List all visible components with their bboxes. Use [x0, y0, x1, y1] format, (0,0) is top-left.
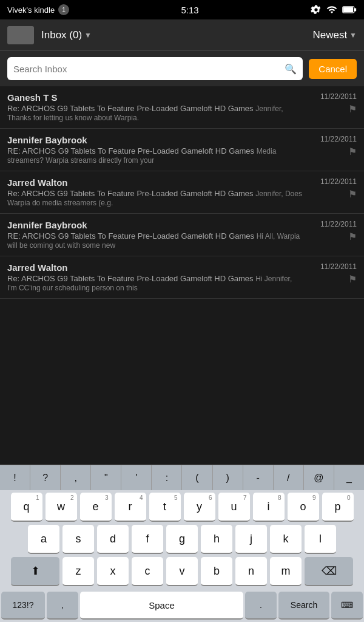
special-char-key[interactable]: ( — [182, 465, 212, 490]
special-char-key[interactable]: ? — [30, 465, 61, 490]
email-content: Jarred Walton Re: ARCHOS G9 Tablets To F… — [7, 262, 308, 292]
key-c[interactable]: c — [132, 557, 163, 586]
key-g[interactable]: g — [166, 525, 198, 554]
flag-icon[interactable]: ⚑ — [348, 188, 357, 200]
key-a[interactable]: a — [28, 525, 59, 554]
email-subject: Re: ARCHOS G9 Tablets To Feature Pre-Loa… — [7, 274, 302, 292]
sort-label: Newest — [312, 29, 347, 41]
special-char-key[interactable]: @ — [304, 465, 334, 490]
status-left: Vivek's kindle 1 — [7, 4, 69, 15]
email-date: 11/22/2011 — [320, 177, 357, 186]
key-z[interactable]: z — [62, 557, 94, 586]
key-k[interactable]: k — [270, 525, 302, 554]
numeric-switch-key[interactable]: 123!? — [1, 592, 45, 620]
wifi-icon — [326, 4, 337, 15]
flag-icon[interactable]: ⚑ — [348, 146, 357, 157]
key-p[interactable]: 0p — [322, 493, 354, 522]
email-content: Jarred Walton Re: ARCHOS G9 Tablets To F… — [7, 177, 308, 207]
email-subject: Re: ARCHOS G9 Tablets To Feature Pre-Loa… — [7, 189, 302, 207]
key-row-0: 1q2w3e4r5t6y7u8i9o0p — [1, 493, 363, 522]
avatar — [7, 26, 34, 44]
key-l[interactable]: l — [305, 525, 336, 554]
notification-badge: 1 — [58, 4, 69, 15]
email-list: Ganesh T S Re: ARCHOS G9 Tablets To Feat… — [0, 86, 364, 299]
special-char-key[interactable]: ) — [213, 465, 243, 490]
special-char-key[interactable]: - — [243, 465, 274, 490]
email-item[interactable]: Jarred Walton Re: ARCHOS G9 Tablets To F… — [0, 256, 364, 299]
flag-icon[interactable]: ⚑ — [348, 273, 357, 285]
key-rows: 1q2w3e4r5t6y7u8i9o0pasdfghjkl⬆zxcvbnm⌫ — [0, 490, 364, 592]
emoji-key[interactable]: ⌨ — [331, 592, 363, 620]
email-item[interactable]: Ganesh T S Re: ARCHOS G9 Tablets To Feat… — [0, 86, 364, 129]
email-subject: RE: ARCHOS G9 Tablets To Feature Pre-Loa… — [7, 231, 302, 250]
special-char-key[interactable]: : — [152, 465, 182, 490]
key-s[interactable]: s — [62, 525, 94, 554]
email-meta: 11/22/2011 ⚑ — [308, 262, 357, 285]
key-d[interactable]: d — [97, 525, 129, 554]
email-sender: Jennifer Baybrook — [7, 135, 302, 145]
special-char-key[interactable]: ! — [0, 465, 30, 490]
key-e[interactable]: 3e — [80, 493, 112, 522]
key-r[interactable]: 4r — [115, 493, 146, 522]
status-bar: Vivek's kindle 1 5:13 — [0, 0, 364, 19]
sort-selector[interactable]: Newest ▼ — [312, 29, 357, 41]
email-subject: Re: ARCHOS G9 Tablets To Feature Pre-Loa… — [7, 104, 302, 122]
key-v[interactable]: v — [166, 557, 198, 586]
email-date: 11/22/2011 — [320, 262, 357, 271]
key-row-1: asdfghjkl — [1, 525, 363, 554]
search-icon: 🔍 — [285, 63, 297, 75]
special-char-key[interactable]: _ — [334, 465, 364, 490]
email-content: Ganesh T S Re: ARCHOS G9 Tablets To Feat… — [7, 92, 308, 122]
search-bar: 🔍 Cancel — [0, 51, 364, 86]
key-⌫[interactable]: ⌫ — [305, 557, 353, 586]
key-⬆[interactable]: ⬆ — [11, 557, 59, 586]
key-w[interactable]: 2w — [46, 493, 77, 522]
status-icons — [311, 4, 357, 15]
special-char-row: !?,"':()-/@_ — [0, 465, 364, 490]
key-q[interactable]: 1q — [11, 493, 42, 522]
bottom-row: 123!? , Space . Search ⌨ — [0, 592, 364, 622]
email-item[interactable]: Jennifer Baybrook RE: ARCHOS G9 Tablets … — [0, 214, 364, 256]
email-sender: Jarred Walton — [7, 262, 302, 273]
search-input[interactable] — [13, 64, 285, 74]
key-f[interactable]: f — [132, 525, 163, 554]
email-date: 11/22/2011 — [320, 220, 357, 228]
search-key[interactable]: Search — [278, 592, 329, 620]
comma-key[interactable]: , — [47, 592, 78, 620]
key-j[interactable]: j — [235, 525, 267, 554]
email-item[interactable]: Jennifer Baybrook RE: ARCHOS G9 Tablets … — [0, 129, 364, 171]
key-y[interactable]: 6y — [184, 493, 215, 522]
email-content: Jennifer Baybrook RE: ARCHOS G9 Tablets … — [7, 220, 308, 250]
flag-icon[interactable]: ⚑ — [348, 231, 357, 242]
special-char-key[interactable]: , — [61, 465, 91, 490]
key-h[interactable]: h — [201, 525, 232, 554]
device-name: Vivek's kindle — [7, 5, 55, 15]
key-n[interactable]: n — [235, 557, 267, 586]
keyboard: !?,"':()-/@_ 1q2w3e4r5t6y7u8i9o0pasdfghj… — [0, 465, 364, 622]
search-input-wrap[interactable]: 🔍 — [7, 57, 303, 80]
email-meta: 11/22/2011 ⚑ — [308, 135, 357, 157]
key-o[interactable]: 9o — [288, 493, 319, 522]
key-row-2: ⬆zxcvbnm⌫ — [1, 557, 363, 586]
special-char-key[interactable]: ' — [121, 465, 152, 490]
clock: 5:13 — [181, 5, 198, 15]
cancel-button[interactable]: Cancel — [309, 59, 357, 79]
key-x[interactable]: x — [97, 557, 129, 586]
key-i[interactable]: 8i — [253, 493, 285, 522]
header: Inbox (0) ▼ Newest ▼ — [0, 19, 364, 51]
space-key[interactable]: Space — [80, 592, 243, 620]
inbox-label: Inbox (0) — [41, 29, 82, 41]
period-key[interactable]: . — [245, 592, 277, 620]
svg-rect-2 — [354, 8, 356, 11]
email-sender: Ganesh T S — [7, 92, 302, 103]
special-char-key[interactable]: / — [274, 465, 304, 490]
flag-icon[interactable]: ⚑ — [348, 103, 357, 115]
key-u[interactable]: 7u — [218, 493, 250, 522]
email-item[interactable]: Jarred Walton Re: ARCHOS G9 Tablets To F… — [0, 171, 364, 214]
email-sender: Jennifer Baybrook — [7, 220, 302, 230]
key-t[interactable]: 5t — [149, 493, 181, 522]
key-m[interactable]: m — [270, 557, 302, 586]
inbox-selector[interactable]: Inbox (0) ▼ — [41, 29, 92, 41]
key-b[interactable]: b — [201, 557, 232, 586]
special-char-key[interactable]: " — [91, 465, 121, 490]
